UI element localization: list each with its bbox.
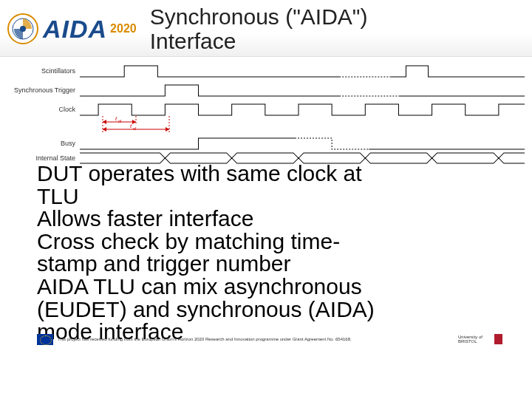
svg-text:t: t xyxy=(115,116,117,122)
body-line: Allows faster interface xyxy=(37,208,502,231)
signal-label: Busy xyxy=(7,140,80,147)
signal-label: Clock xyxy=(7,106,80,113)
svg-text:cl: cl xyxy=(118,119,121,123)
body-line: TLU xyxy=(37,185,502,208)
body-text: DUT operates with same clock at TLU Allo… xyxy=(37,163,502,344)
slide-title: Synchronous ("AIDA") Interface xyxy=(150,4,368,53)
svg-text:sl: sl xyxy=(133,126,136,131)
slide-header: AIDA 2020 Synchronous ("AIDA") Interface xyxy=(0,0,532,57)
body-line: Cross check by matching time- xyxy=(37,231,502,253)
aida-logo: AIDA 2020 xyxy=(7,13,137,44)
wave-busy xyxy=(80,136,525,151)
svg-marker-12 xyxy=(103,127,106,132)
signal-clock: Clock xyxy=(7,101,525,117)
wave-sync-trigger xyxy=(80,83,525,98)
svg-marker-8 xyxy=(132,120,136,124)
body-line: DUT operates with same clock at xyxy=(37,163,502,185)
logo-name: AIDA xyxy=(43,15,107,44)
svg-marker-13 xyxy=(166,127,169,132)
svg-text:t: t xyxy=(130,123,132,129)
signal-sync-trigger: Synchronous Trigger xyxy=(7,82,525,98)
signal-label: Synchronous Trigger xyxy=(7,86,80,94)
svg-point-2 xyxy=(20,26,26,32)
timing-diagram: Scintillators Synchronous Trigger Clock … xyxy=(7,63,525,174)
title-line-1: Synchronous ("AIDA") xyxy=(150,4,368,29)
signal-busy: Busy xyxy=(7,135,525,151)
logo-year: 2020 xyxy=(110,22,137,35)
signal-scintillators: Scintillators xyxy=(7,63,525,79)
wave-clock xyxy=(80,102,525,117)
body-line: (EUDET) and synchronous (AIDA) xyxy=(37,299,502,321)
body-line: AIDA TLU can mix asynchronous xyxy=(37,276,502,299)
logo-badge-icon xyxy=(7,13,38,44)
wave-scintillators xyxy=(80,64,525,78)
body-line: mode interface xyxy=(37,321,502,344)
svg-marker-7 xyxy=(103,120,106,124)
body-line: stamp and trigger number xyxy=(37,253,502,276)
timing-annotations: t cl t sl xyxy=(84,116,232,132)
title-line-2: Interface xyxy=(150,29,368,53)
signal-label: Scintillators xyxy=(7,67,80,75)
